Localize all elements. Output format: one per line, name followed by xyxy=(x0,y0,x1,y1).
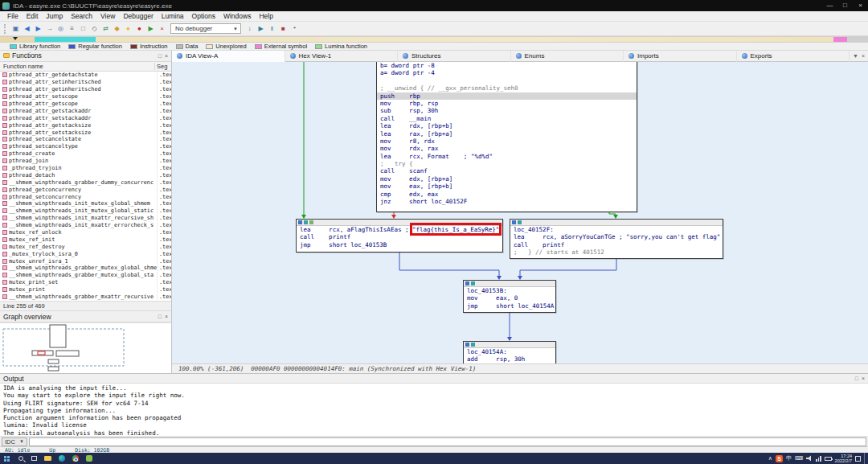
menu-edit[interactable]: Edit xyxy=(23,12,43,20)
debug-pause-icon[interactable]: ‖ xyxy=(267,23,277,34)
function-row[interactable]: pthread_attr_getinheritsched .text xyxy=(0,86,171,93)
language-indicator[interactable]: 中 xyxy=(786,454,792,462)
function-row[interactable]: pthread_setconcurrency .text xyxy=(0,193,171,200)
function-row[interactable]: __shmem_winpthreads_grabber_mutex_global… xyxy=(0,265,171,272)
graph-view[interactable]: b= dword ptr -8a= dword ptr -4; __unwind… xyxy=(172,62,868,363)
start-button[interactable] xyxy=(0,453,14,464)
function-row[interactable]: __shmem_winpthreads_init_mutex_global_sh… xyxy=(0,200,171,207)
basic-block-entry[interactable]: b= dword ptr -8a= dword ptr -4; __unwind… xyxy=(376,62,637,212)
options-icon[interactable]: * xyxy=(289,23,300,34)
tab-list-icon[interactable]: ▼ xyxy=(853,53,858,59)
function-row[interactable]: pthread_attr_setstackaddr .text xyxy=(0,114,171,121)
save-icon[interactable]: ▣ xyxy=(10,23,21,34)
function-row[interactable]: __shmem_winpthreads_init_mxattr_errorche… xyxy=(0,222,171,229)
debugger-select[interactable]: No debugger ▼ xyxy=(170,23,241,34)
menu-lumina[interactable]: Lumina xyxy=(158,12,188,20)
float-panel-icon[interactable]: □ xyxy=(158,314,162,319)
graph-overview-header[interactable]: Graph overview □ × xyxy=(0,311,171,322)
volume-icon[interactable] xyxy=(806,455,813,462)
output-panel-header[interactable]: Output □ × xyxy=(0,373,868,384)
tab-imports[interactable]: Imports xyxy=(624,51,737,62)
function-row[interactable]: pthread_attr_getdetachstate .text xyxy=(0,72,171,79)
network-icon[interactable] xyxy=(816,456,821,462)
chrome-browser-button[interactable] xyxy=(68,453,82,464)
menu-search[interactable]: Search xyxy=(67,12,96,20)
show-desktop-button[interactable] xyxy=(864,453,866,464)
toolbar-grip[interactable] xyxy=(4,24,8,34)
minimize-button[interactable]: — xyxy=(822,0,837,11)
function-row[interactable]: pthread_attr_getstackaddr .text xyxy=(0,107,171,114)
menu-jump[interactable]: Jump xyxy=(42,12,67,20)
xrefs-icon[interactable]: ⇄ xyxy=(100,23,111,34)
function-row[interactable]: __shmem_winpthreads_grabber_mxattr_recur… xyxy=(0,294,171,301)
function-row[interactable]: pthread_setcancelstate .text xyxy=(0,136,171,143)
function-row[interactable]: pthread_create .text xyxy=(0,150,171,158)
sogou-input-icon[interactable]: S xyxy=(776,455,783,462)
functions-panel-header[interactable]: Functions □ × xyxy=(0,51,171,62)
float-panel-icon[interactable]: □ xyxy=(855,376,858,381)
function-row[interactable]: __shmem_winpthreads_grabber_dummy_concur… xyxy=(0,179,171,186)
graph-overview-minimap[interactable] xyxy=(0,322,171,373)
function-row[interactable]: mutex_print_set .text xyxy=(0,279,171,286)
function-row[interactable]: pthread_getconcurrency .text xyxy=(0,186,171,193)
basic-block-join[interactable]: loc_40153B:mov eax, 0jmp short loc_40154… xyxy=(463,280,556,313)
colorize-icon[interactable]: ◆ xyxy=(112,23,122,34)
action-center-icon[interactable] xyxy=(855,456,861,462)
tab-exports[interactable]: Exports xyxy=(737,51,850,62)
function-row[interactable]: mutex_ref_unlock .text xyxy=(0,229,171,236)
function-row[interactable]: pthread_attr_getscope .text xyxy=(0,101,171,108)
structures-icon[interactable]: □ xyxy=(78,23,88,34)
function-row[interactable]: _mutex_trylock_isra_0 .text xyxy=(0,250,171,257)
function-row[interactable]: pthread_setcanceltype .text xyxy=(0,143,171,150)
edge-browser-button[interactable] xyxy=(55,453,68,464)
basic-block-sorry[interactable]: loc_40152F:lea rcx, aSorryYouCanTGe ; "s… xyxy=(510,219,723,259)
file-explorer-button[interactable] xyxy=(41,453,55,464)
navigation-band[interactable] xyxy=(0,36,868,43)
keyboard-icon[interactable]: ⌨ xyxy=(795,455,803,462)
menu-file[interactable]: File xyxy=(3,12,23,20)
forward-icon[interactable]: ▶ xyxy=(33,23,43,34)
float-panel-icon[interactable]: □ xyxy=(158,53,162,59)
tab-enums[interactable]: Enums xyxy=(511,51,624,62)
function-row[interactable]: mutex_ref_init .text xyxy=(0,236,171,243)
function-row[interactable]: pthread_join .text xyxy=(0,158,171,165)
menu-help[interactable]: Help xyxy=(255,12,276,20)
close-view-icon[interactable]: × xyxy=(862,53,865,59)
search-icon[interactable]: ◎ xyxy=(55,23,66,34)
taskbar-clock[interactable]: 17:24 2022/2/7 xyxy=(835,454,852,463)
search-button[interactable] xyxy=(14,453,27,464)
column-function-name[interactable]: Function name xyxy=(0,63,155,70)
function-row[interactable]: pthread_attr_setinheritsched .text xyxy=(0,79,171,86)
idc-command-input[interactable] xyxy=(29,437,866,446)
menu-options[interactable]: Options xyxy=(188,12,219,20)
ida-taskbar-button[interactable] xyxy=(82,453,96,464)
function-row[interactable]: pthread_attr_getstacksize .text xyxy=(0,121,171,129)
function-row[interactable]: __shmem_winpthreads_init_mxattr_recursiv… xyxy=(0,215,171,222)
menu-debugger[interactable]: Debugger xyxy=(119,12,157,20)
run-icon[interactable]: ▶ xyxy=(145,23,156,34)
basic-block-epilogue[interactable]: loc_40154A:add rsp, 30h xyxy=(463,341,556,363)
function-row[interactable]: pthread_attr_setscope .text xyxy=(0,93,171,101)
functions-list[interactable]: pthread_attr_getdetachstate .text pthrea… xyxy=(0,72,171,301)
tab-structures[interactable]: Structures xyxy=(398,51,511,62)
output-log[interactable]: IDA is analysing the input file...You ma… xyxy=(0,384,868,436)
function-row[interactable]: pthread_attr_setstacksize .text xyxy=(0,129,171,136)
function-row[interactable]: pthread_detach .text xyxy=(0,171,171,179)
menu-view[interactable]: View xyxy=(96,12,119,20)
close-panel-icon[interactable]: × xyxy=(165,314,168,319)
breakpoint-icon[interactable]: ● xyxy=(134,23,145,34)
function-row[interactable]: mutex_ref_destroy .text xyxy=(0,243,171,250)
enums-icon[interactable]: ◇ xyxy=(89,23,100,34)
close-panel-icon[interactable]: × xyxy=(862,376,865,381)
function-row[interactable]: __shmem_winpthreads_init_mutex_global_st… xyxy=(0,207,171,215)
cancel-icon[interactable]: × xyxy=(157,23,167,34)
maximize-button[interactable]: □ xyxy=(837,0,853,11)
close-panel-icon[interactable]: × xyxy=(165,53,168,59)
tray-expand-icon[interactable]: ∧ xyxy=(768,455,772,462)
function-row[interactable]: __shmem_winpthreads_grabber_mutex_global… xyxy=(0,272,171,279)
back-icon[interactable]: ◀ xyxy=(22,23,32,34)
debug-attach-icon[interactable]: ↓ xyxy=(244,23,255,34)
jump-address-icon[interactable]: → xyxy=(44,23,55,34)
debug-stop-icon[interactable]: ■ xyxy=(278,23,289,34)
functions-column-header[interactable]: Function name Seg xyxy=(0,62,171,72)
